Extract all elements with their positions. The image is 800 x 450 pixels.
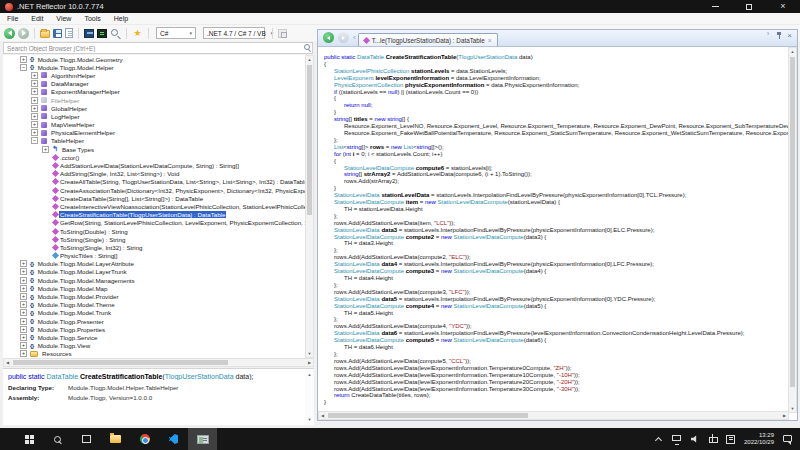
code-line[interactable]: rows.Add(AddStationLevelData(levelExpone… xyxy=(318,365,788,372)
tree-item[interactable]: +Resources xyxy=(3,350,305,358)
taskbar-clock[interactable]: 13:29 2022/10/29 xyxy=(744,432,774,446)
code-line[interactable]: StationLevelDataCompute compute2 = new S… xyxy=(318,234,788,241)
notification-center-button[interactable] xyxy=(782,434,792,444)
close-button[interactable]: × xyxy=(766,0,800,13)
code-line[interactable]: List<string[]> rows = new List<string[]>… xyxy=(318,144,788,151)
tree-expander[interactable]: + xyxy=(20,268,27,275)
code-line[interactable]: rows.Add(AddStationLevelData(levelExpone… xyxy=(318,379,788,386)
code-line[interactable]: { xyxy=(318,158,788,165)
tree-item[interactable]: +MapViewHelper xyxy=(3,121,305,129)
code-line[interactable]: for (int i = 0; i < stationLevels.Count;… xyxy=(318,151,788,158)
back-button[interactable] xyxy=(4,28,15,39)
tree-item[interactable]: +AlgorithmHelper xyxy=(3,71,305,79)
code-line[interactable]: rows.Add(AddStationLevelData(compute3, "… xyxy=(318,289,788,296)
tab-close-icon[interactable]: × xyxy=(488,37,492,44)
code-line[interactable]: } xyxy=(318,109,788,116)
menu-item-help[interactable]: Help xyxy=(114,15,128,22)
favorites-button[interactable] xyxy=(132,28,143,39)
scroll-up-icon[interactable]: ▲ xyxy=(789,48,796,55)
code-line[interactable]: StationLevelDataCompute compute4 = new S… xyxy=(318,303,788,310)
tree-item[interactable]: +↰Base Types xyxy=(3,145,305,153)
tree-expander[interactable]: + xyxy=(31,129,38,136)
decompiled-code[interactable]: public static DataTable CreateStratifica… xyxy=(318,47,788,411)
tray-ime-zh-button[interactable] xyxy=(708,434,718,444)
code-line[interactable]: { xyxy=(318,61,788,68)
code-line[interactable]: }; xyxy=(318,247,788,254)
tab-scroll-left-icon[interactable]: ‹ xyxy=(353,33,356,42)
code-line[interactable]: rows.Add(AddStationLevelData(item, "LCL"… xyxy=(318,220,788,227)
tree-expander[interactable]: − xyxy=(31,137,38,144)
tree-expander[interactable]: + xyxy=(20,260,27,267)
code-line[interactable]: Resource.Exponent_FakeWetBallPotentialTe… xyxy=(318,130,788,137)
code-line[interactable]: TH = stationLevelData.Height xyxy=(318,206,788,213)
code-line[interactable]: StationLevelData stationLevelData = stat… xyxy=(318,192,788,199)
tree-item[interactable]: +{}Module.Tlogp.View xyxy=(3,342,305,350)
tree-item[interactable]: CreateInterectiveViewNoassociation(Stati… xyxy=(3,202,305,210)
scroll-thumb[interactable] xyxy=(328,413,528,418)
menu-item-file[interactable]: File xyxy=(7,15,18,22)
code-line[interactable]: StationLevelDataCompute compute6 = stati… xyxy=(318,165,788,172)
tree-item[interactable]: ToString(Single) : String xyxy=(3,235,305,243)
assembly-viewer-button[interactable] xyxy=(84,29,94,38)
scroll-thumb[interactable] xyxy=(790,57,795,387)
tree-expander[interactable]: + xyxy=(20,342,27,349)
tree-item[interactable]: −TableHelper xyxy=(3,137,305,145)
open-folder-button[interactable] xyxy=(40,30,50,38)
code-line[interactable]: rows.Add(AddStationLevelData(compute4, "… xyxy=(318,323,788,330)
navigate-forward-button[interactable] xyxy=(338,32,349,43)
tree-item[interactable]: ToString(Single, Int32) : String xyxy=(3,243,305,251)
tray-volume-button[interactable] xyxy=(690,434,700,444)
tree-expander[interactable]: + xyxy=(31,105,38,112)
tree-item[interactable]: +{}Module.Tlogp.Model.Trunk xyxy=(3,309,305,317)
menu-item-edit[interactable]: Edit xyxy=(31,15,43,22)
scroll-down-icon[interactable]: ▼ xyxy=(306,416,313,423)
scroll-thumb[interactable] xyxy=(307,65,312,215)
tree-item[interactable]: +{}Module.Tlogp.Model.LayerTrunk xyxy=(3,268,305,276)
code-line[interactable]: TH = data6.Height xyxy=(318,344,788,351)
maximize-button[interactable] xyxy=(732,0,766,13)
tree-item[interactable]: CreateAssociationTable(Dictionary<Int32,… xyxy=(3,186,305,194)
code-line[interactable]: StationLevelDataCompute item = new Stati… xyxy=(318,199,788,206)
tree-expander[interactable]: + xyxy=(20,56,27,63)
tray-chevron-up-button[interactable] xyxy=(654,434,664,444)
tree-expander[interactable]: + xyxy=(20,318,27,325)
tree-expander[interactable]: + xyxy=(31,88,38,95)
code-line[interactable]: StationLevelData data5 = stationLevels.I… xyxy=(318,296,788,303)
minimize-button[interactable] xyxy=(698,0,732,13)
tree-item[interactable]: +DataManager xyxy=(3,80,305,88)
menu-item-tools[interactable]: Tools xyxy=(84,15,100,22)
tree-item[interactable]: CreateStratificationTable(TlogpUserStati… xyxy=(3,211,305,219)
tray-monitor-button[interactable] xyxy=(672,434,682,444)
scroll-up-icon[interactable]: ▲ xyxy=(306,56,313,63)
tree-expander[interactable]: + xyxy=(42,146,49,153)
tree-item[interactable]: +{}Module.Tlogp.Presenter xyxy=(3,317,305,325)
taskbar-chrome-button[interactable] xyxy=(130,428,159,450)
tree-expander[interactable]: + xyxy=(31,80,38,87)
tree-item[interactable]: +LogHelper xyxy=(3,112,305,120)
code-line[interactable]: rows.Add(AddStationLevelData(compute5, "… xyxy=(318,358,788,365)
tree-item[interactable]: +{}Module.Tlogp.Model.Map xyxy=(3,284,305,292)
code-line[interactable]: string[] titles = new string[] { xyxy=(318,116,788,123)
scroll-down-icon[interactable]: ▼ xyxy=(789,405,796,412)
code-line[interactable]: StationLevelDataCompute compute3 = new S… xyxy=(318,268,788,275)
scroll-left-icon[interactable]: ◀ xyxy=(4,359,11,366)
code-line[interactable]: return null; xyxy=(318,102,788,109)
details-scrollbar[interactable]: ▲ ▼ xyxy=(305,369,314,425)
taskbar-reflector-button[interactable] xyxy=(188,428,217,450)
code-line[interactable]: }; xyxy=(318,282,788,289)
tree-expander[interactable]: + xyxy=(20,285,27,292)
taskbar-vscode-button[interactable] xyxy=(159,428,188,450)
taskbar-task-view-button[interactable] xyxy=(72,428,101,450)
tree-expander[interactable]: − xyxy=(20,64,27,71)
code-line[interactable]: if ((stationLevels == null) || (stationL… xyxy=(318,89,788,96)
code-line[interactable]: rows.Add(AddStationLevelData(levelExpone… xyxy=(318,386,788,393)
tree-item[interactable]: +{}Module.Tlogp.Model.Provider xyxy=(3,292,305,300)
code-line[interactable]: Resource.Exponent_LevelNO, Resource.Expo… xyxy=(318,123,788,130)
navigate-back-button[interactable] xyxy=(323,32,334,43)
tree-item[interactable]: +ExponentManagerHelper xyxy=(3,88,305,96)
code-line[interactable]: StationLevelData data4 = stationLevels.I… xyxy=(318,261,788,268)
tree-item[interactable]: CreateDataTable(String[], List<String[]>… xyxy=(3,194,305,202)
tree-item[interactable]: ToString(Double) : String xyxy=(3,227,305,235)
tree-item[interactable]: +{}Module.Tlogp.Model.Managements xyxy=(3,276,305,284)
tree-item[interactable]: AddString(Single, Int32, List<String>) :… xyxy=(3,170,305,178)
